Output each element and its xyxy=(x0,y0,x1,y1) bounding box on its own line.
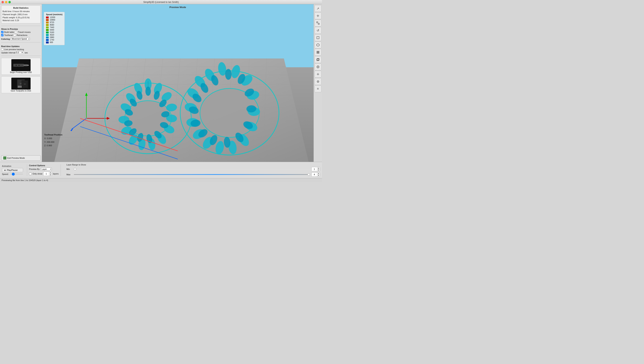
perspective-button[interactable] xyxy=(314,64,321,70)
save-disk-button[interactable]: SD SD Save Toolpaths to Disk xyxy=(1,76,41,93)
box-view-button[interactable] xyxy=(314,56,321,63)
3d-scene xyxy=(42,4,313,162)
usb-print-button[interactable]: Begin Printing over USB xyxy=(1,58,41,75)
svg-rect-10 xyxy=(21,86,22,88)
exit-preview-button[interactable]: ← Exit Preview Mode xyxy=(1,155,41,161)
travel-moves-checkbox[interactable] xyxy=(15,31,17,33)
toolhead-title: Toolhead Position xyxy=(44,133,63,137)
max-down[interactable]: ▼ xyxy=(317,174,320,176)
toolhead-y: Y: 200.000 xyxy=(44,140,63,144)
svg-marker-16 xyxy=(54,58,308,162)
exit-preview-label: Exit Preview Mode xyxy=(7,157,25,159)
legend-5160: 5160 xyxy=(50,31,54,34)
disk-label: Save Toolpaths to Disk xyxy=(11,90,31,92)
svg-text:SD: SD xyxy=(24,83,26,85)
min-value[interactable] xyxy=(311,168,317,170)
top-view-button[interactable] xyxy=(314,49,321,56)
maximize-button[interactable] xyxy=(9,1,11,3)
filament-length: Filament length: 2081.8 mm xyxy=(3,13,39,16)
real-time-label: Real-time Updates xyxy=(1,45,20,48)
max-up[interactable]: ▲ xyxy=(317,172,320,174)
svg-rect-109 xyxy=(318,23,319,24)
layers-button[interactable]: ≡ xyxy=(314,85,321,92)
control-options-section: Control Options Preview By Layer Feature… xyxy=(27,164,61,176)
svg-rect-113 xyxy=(316,51,319,54)
live-preview-label: Live preview tracking xyxy=(4,48,24,50)
update-interval-label: Update interval xyxy=(1,52,16,54)
min-down[interactable]: ▼ xyxy=(317,169,320,171)
legend-1740: 1740 xyxy=(50,39,54,41)
play-pause-label: Play/Pause xyxy=(7,169,18,171)
only-show-down[interactable]: ▼ xyxy=(49,174,52,176)
only-show-spinbox[interactable]: ▲ ▼ xyxy=(43,172,52,176)
update-interval-input[interactable] xyxy=(16,51,24,54)
speed-slider[interactable] xyxy=(10,174,23,174)
toolhead-z: Z: 0.900 xyxy=(44,144,63,148)
speed-legend: Speed (mm/min) 12000 10860 9720 8580 744… xyxy=(44,12,65,45)
coloring-select[interactable]: Movement Speed Feature Type Temperature xyxy=(11,38,30,40)
axes-button[interactable] xyxy=(314,71,321,78)
max-slider[interactable] xyxy=(74,174,310,175)
legend-600: 600 xyxy=(50,41,53,44)
close-button[interactable] xyxy=(2,1,4,3)
retractions-label: Retractions xyxy=(17,34,28,36)
retractions-checkbox[interactable] xyxy=(14,34,16,36)
max-spinbox[interactable]: ▲ ▼ xyxy=(311,172,320,176)
live-preview-checkbox[interactable] xyxy=(1,48,4,50)
min-up[interactable]: ▲ xyxy=(317,167,320,169)
min-spinbox[interactable]: ▲ ▼ xyxy=(311,167,320,171)
only-show-checkbox[interactable] xyxy=(29,172,32,175)
max-value[interactable] xyxy=(311,173,317,176)
status-bar: Previewing file from line 1 to 154520 (l… xyxy=(0,178,322,182)
build-table-checkbox[interactable] xyxy=(1,31,4,33)
min-slider[interactable] xyxy=(74,169,310,170)
bottom-controls: Animation ⏯ Play/Pause Speed: Control Op… xyxy=(0,162,322,178)
legend-7440: 7440 xyxy=(50,26,54,28)
travel-moves-label: Travel moves xyxy=(18,31,31,33)
disk-icon: SD SD xyxy=(11,78,31,90)
preview-by-label: Preview By xyxy=(29,168,40,170)
settings-button[interactable]: ⚙ xyxy=(314,78,321,85)
3d-viewport[interactable]: Speed (mm/min) 12000 10860 9720 8580 744… xyxy=(42,4,313,162)
layer-range-section: Layer Range to Show Min ▲ ▼ Max xyxy=(65,164,320,176)
max-label: Max xyxy=(67,173,72,176)
left-panel: Build Statistics Build time: 0 hours 56 … xyxy=(0,4,42,162)
preview-by-select[interactable]: Layer Feature Speed xyxy=(41,168,52,171)
title-bar: Simplify3D (Licensed to Ian Smith) xyxy=(0,0,322,4)
exit-icon: ← xyxy=(3,156,6,160)
window-controls[interactable] xyxy=(2,1,11,3)
scale-tool-button[interactable] xyxy=(314,20,321,26)
cursor-tool-button[interactable]: ↗ xyxy=(314,5,321,12)
toolhead-x: X: 0.000 xyxy=(44,137,63,140)
svg-line-110 xyxy=(318,23,318,23)
toolhead-checkbox[interactable] xyxy=(1,34,4,36)
legend-10860: 10860 xyxy=(50,19,55,21)
update-interval-unit: sec xyxy=(25,52,28,54)
material-cost: Material cost: 0.29 xyxy=(3,19,39,22)
move-tool-button[interactable]: ✛ xyxy=(314,12,321,19)
minimize-button[interactable] xyxy=(5,1,7,3)
only-show-value[interactable] xyxy=(44,172,49,175)
svg-rect-108 xyxy=(316,22,318,23)
isometric-button[interactable] xyxy=(314,42,321,48)
min-label: Min xyxy=(67,168,72,170)
play-pause-button[interactable]: ⏯ Play/Pause xyxy=(2,168,23,172)
toolhead-position: Toolhead Position X: 0.000 Y: 200.000 Z:… xyxy=(44,133,63,148)
usb-label: Begin Printing over USB xyxy=(10,71,32,74)
plastic-weight: Plastic weight: 6.26 g (0.01 lb) xyxy=(3,16,39,19)
svg-marker-112 xyxy=(316,44,319,46)
real-time-section: Real-time Updates Live preview tracking … xyxy=(1,45,41,54)
svg-point-42 xyxy=(86,118,87,119)
svg-rect-8 xyxy=(18,86,19,88)
right-toolbar: ↗ ✛ ↺ ⚙ ≡ xyxy=(313,4,322,162)
rotate-tool-button[interactable]: ↺ xyxy=(314,27,321,34)
only-show-up[interactable]: ▲ xyxy=(49,172,52,174)
svg-rect-9 xyxy=(19,86,20,88)
build-table-label: Build table xyxy=(4,31,14,33)
svg-rect-1 xyxy=(24,64,28,66)
legend-2880: 2880 xyxy=(50,36,54,38)
show-in-preview-label: Show in Preview xyxy=(1,28,18,30)
view3d-button[interactable] xyxy=(314,34,321,41)
only-show-label: Only show xyxy=(33,172,42,175)
status-text: Previewing file from line 1 to 154520 (l… xyxy=(2,179,48,182)
